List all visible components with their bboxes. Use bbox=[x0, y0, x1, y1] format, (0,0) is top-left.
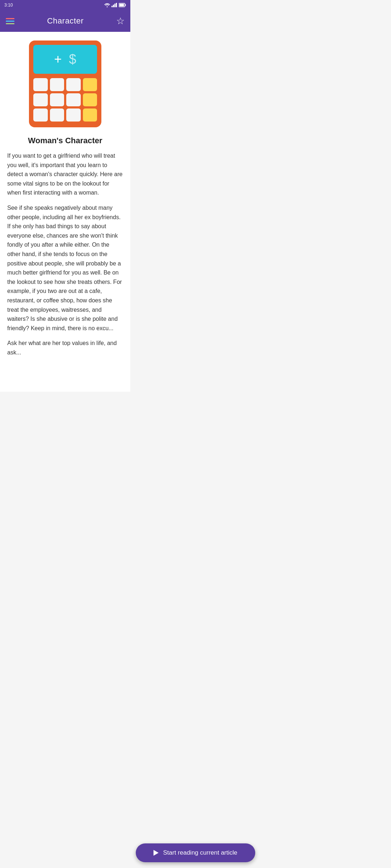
calc-btn-4 bbox=[33, 93, 48, 106]
plus-symbol: + bbox=[54, 52, 62, 67]
calculator-illustration: + $ bbox=[29, 41, 101, 127]
calc-btn-yellow-1 bbox=[83, 78, 97, 91]
article-title: Woman's Character bbox=[0, 133, 130, 151]
article-paragraph-1: If you want to get a girlfriend who will… bbox=[7, 151, 123, 197]
page-title: Character bbox=[47, 16, 84, 26]
status-bar: 3:10 bbox=[0, 0, 130, 10]
bookmark-button[interactable]: ☆ bbox=[116, 16, 125, 27]
svg-rect-3 bbox=[114, 4, 115, 7]
svg-rect-2 bbox=[113, 5, 114, 7]
calc-btn-5 bbox=[50, 93, 64, 106]
calc-btn-8 bbox=[50, 109, 64, 122]
svg-rect-1 bbox=[112, 6, 113, 7]
calculator-display: + $ bbox=[33, 45, 97, 74]
article-image: + $ bbox=[0, 32, 130, 133]
calc-btn-9 bbox=[66, 109, 81, 122]
calc-btn-yellow-2 bbox=[83, 93, 97, 106]
svg-rect-4 bbox=[116, 3, 117, 7]
calc-btn-7 bbox=[33, 109, 48, 122]
calc-btn-2 bbox=[50, 78, 64, 91]
wifi-icon bbox=[104, 3, 110, 7]
menu-line-2 bbox=[6, 21, 14, 22]
status-time: 3:10 bbox=[4, 3, 13, 8]
article-body: If you want to get a girlfriend who will… bbox=[0, 151, 130, 357]
menu-line-3 bbox=[6, 23, 14, 24]
calc-btn-6 bbox=[66, 93, 81, 106]
menu-line-1 bbox=[6, 18, 14, 19]
svg-point-0 bbox=[107, 7, 108, 8]
time-display: 3:10 bbox=[4, 3, 13, 8]
status-icons bbox=[104, 3, 126, 7]
menu-button[interactable] bbox=[6, 18, 14, 24]
article-paragraph-3: Ask her what are her top values in life,… bbox=[7, 339, 123, 357]
svg-rect-6 bbox=[125, 4, 126, 6]
calc-btn-3 bbox=[66, 78, 81, 91]
signal-icon bbox=[112, 3, 117, 7]
svg-rect-7 bbox=[119, 4, 124, 7]
battery-icon bbox=[119, 3, 126, 7]
calc-btn-yellow-3 bbox=[83, 109, 97, 122]
dollar-symbol: $ bbox=[69, 52, 76, 67]
calc-btn-1 bbox=[33, 78, 48, 91]
article-paragraph-2: See if she speaks negatively about many … bbox=[7, 203, 123, 333]
header: Character ☆ bbox=[0, 10, 130, 32]
calculator-buttons bbox=[33, 78, 97, 122]
article-content: + $ Woman's Character bbox=[0, 32, 130, 392]
